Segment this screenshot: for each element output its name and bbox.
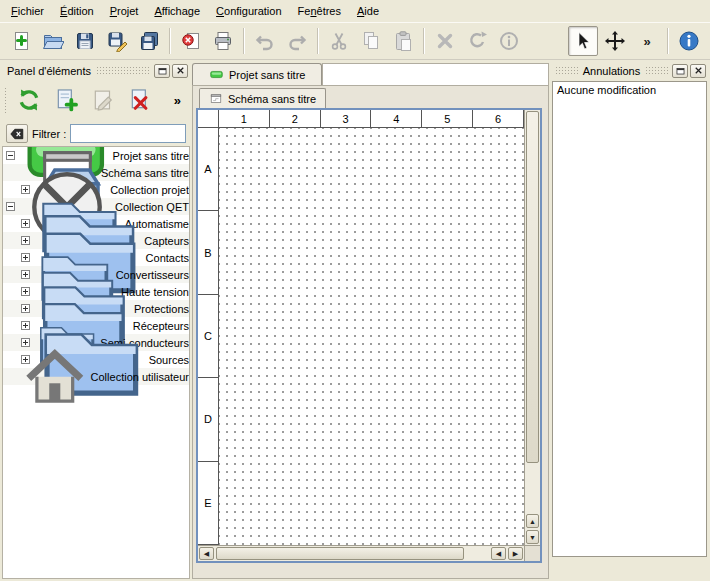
- row-header: E: [198, 462, 218, 545]
- workspace: Projet sans titre Schéma sans titre 1234…: [192, 62, 549, 579]
- dock-handle[interactable]: [645, 66, 668, 75]
- elements-tree: Projet sans titreSchéma sans titreCollec…: [2, 146, 190, 579]
- toolbar-separator: [169, 28, 171, 54]
- close-document-button[interactable]: [176, 26, 206, 56]
- tree-expander-plus-icon[interactable]: [21, 253, 30, 262]
- scroll-right-button[interactable]: ▶: [508, 547, 523, 560]
- menu-fichier[interactable]: Fichier: [3, 0, 52, 22]
- tree-expander-minus-icon[interactable]: [6, 202, 15, 211]
- menu-projet[interactable]: Projet: [102, 0, 147, 22]
- column-header: 1: [219, 110, 270, 127]
- paste-button[interactable]: [388, 26, 418, 56]
- refresh-icon: [16, 87, 42, 113]
- toolbar-overflow-button[interactable]: »: [632, 26, 662, 56]
- tab-project[interactable]: Projet sans titre: [192, 63, 322, 85]
- cut-icon: [328, 30, 350, 52]
- copy-button[interactable]: [356, 26, 386, 56]
- close-elements-panel-button[interactable]: [172, 64, 188, 78]
- qelectrotech-window: FichierÉditionProjetAffichageConfigurati…: [0, 0, 710, 581]
- menu-edition[interactable]: Édition: [52, 0, 102, 22]
- elements-panel: Panel d'éléments » Filtrer : Projet sans…: [2, 62, 190, 579]
- vscroll-track[interactable]: [525, 464, 540, 513]
- float-elements-panel-button[interactable]: [154, 64, 170, 78]
- schema-view: 123456 ABCDE ▲ ▼ ◀ ◀ ▶: [196, 108, 542, 563]
- scroll-left-button[interactable]: ◀: [199, 547, 214, 560]
- about-button[interactable]: [674, 26, 704, 56]
- clear-filter-icon: [9, 126, 25, 142]
- row-header: A: [198, 128, 218, 211]
- elements-panel-titlebar[interactable]: Panel d'éléments: [2, 62, 190, 79]
- save-all-button[interactable]: [134, 26, 164, 56]
- cut-button[interactable]: [324, 26, 354, 56]
- annotations-list: Aucune modification: [552, 81, 707, 557]
- scroll-left-end-button[interactable]: ◀: [491, 547, 506, 560]
- paste-icon: [392, 30, 414, 52]
- toolbar-separator: [317, 28, 319, 54]
- menu-affichage[interactable]: Affichage: [146, 0, 208, 22]
- tree-expander-plus-icon[interactable]: [21, 219, 30, 228]
- open-document-button[interactable]: [38, 26, 68, 56]
- hscroll-thumb[interactable]: [216, 547, 464, 560]
- project-tab-label: Projet sans titre: [229, 69, 305, 81]
- dock-handle[interactable]: [555, 66, 578, 75]
- redo-button[interactable]: [282, 26, 312, 56]
- project-icon: [209, 67, 224, 82]
- tree-expander-plus-icon[interactable]: [21, 287, 30, 296]
- annotations-panel-title: Annulations: [580, 65, 644, 77]
- toolbar-separator: [423, 28, 425, 54]
- properties-button[interactable]: [494, 26, 524, 56]
- column-header: 4: [371, 110, 422, 127]
- element-new-icon: [53, 87, 79, 113]
- tree-expander-plus-icon[interactable]: [21, 236, 30, 245]
- new-element-button[interactable]: [49, 83, 83, 117]
- tree-expander-minus-icon[interactable]: [6, 151, 15, 160]
- tree-expander-plus-icon[interactable]: [21, 270, 30, 279]
- menu-configuration[interactable]: Configuration: [208, 0, 289, 22]
- save-as-button[interactable]: [102, 26, 132, 56]
- row-header: D: [198, 378, 218, 461]
- undo-button[interactable]: [250, 26, 280, 56]
- rotate-icon: [466, 30, 488, 52]
- menu-fenetres[interactable]: Fenêtres: [290, 0, 349, 22]
- delete-selection-button[interactable]: [430, 26, 460, 56]
- filter-input[interactable]: [70, 124, 186, 143]
- scroll-down-button[interactable]: ▼: [526, 530, 539, 544]
- float-annotations-panel-button[interactable]: [672, 64, 688, 78]
- print-icon: [212, 30, 234, 52]
- tree-expander-plus-icon[interactable]: [21, 304, 30, 313]
- rotate-selection-button[interactable]: [462, 26, 492, 56]
- clear-filter-button[interactable]: [6, 124, 28, 143]
- new-document-button[interactable]: [6, 26, 36, 56]
- toolbar-right-group: »: [567, 26, 705, 56]
- tabbar-empty-area: [322, 63, 549, 85]
- column-header: 2: [270, 110, 321, 127]
- tree-expander-plus-icon[interactable]: [21, 321, 30, 330]
- visualise-mode-button[interactable]: [600, 26, 630, 56]
- tree-item-label: Capteurs: [144, 235, 189, 247]
- tree-item-label: Projet sans titre: [113, 150, 189, 162]
- tab-schema[interactable]: Schéma sans titre: [199, 88, 326, 108]
- scrollbar-corner: [524, 545, 540, 561]
- float-icon: [675, 65, 686, 76]
- save-button[interactable]: [70, 26, 100, 56]
- annotations-panel-titlebar[interactable]: Annulations: [551, 62, 708, 79]
- reload-collections-button[interactable]: [12, 83, 46, 117]
- schema-canvas[interactable]: [219, 128, 524, 545]
- select-mode-button[interactable]: [568, 26, 598, 56]
- menu-aide[interactable]: Aide: [349, 0, 387, 22]
- hscroll-track[interactable]: [465, 546, 490, 561]
- undo-icon: [254, 30, 276, 52]
- vscroll-thumb[interactable]: [526, 111, 539, 463]
- filter-label: Filtrer :: [32, 128, 66, 140]
- tree-item-collection-utilisateur[interactable]: Collection utilisateur: [3, 368, 189, 385]
- print-button[interactable]: [208, 26, 238, 56]
- close-annotations-panel-button[interactable]: [690, 64, 706, 78]
- element-delete-icon: [127, 87, 153, 113]
- dock-handle[interactable]: [96, 66, 150, 75]
- vertical-scrollbar[interactable]: ▲ ▼: [524, 110, 540, 545]
- horizontal-scrollbar[interactable]: ◀ ◀ ▶: [198, 545, 524, 561]
- edit-element-button[interactable]: [86, 83, 120, 117]
- delete-element-button[interactable]: [123, 83, 157, 117]
- panel-toolbar-overflow[interactable]: »: [169, 93, 186, 108]
- scroll-up-button[interactable]: ▲: [526, 514, 539, 528]
